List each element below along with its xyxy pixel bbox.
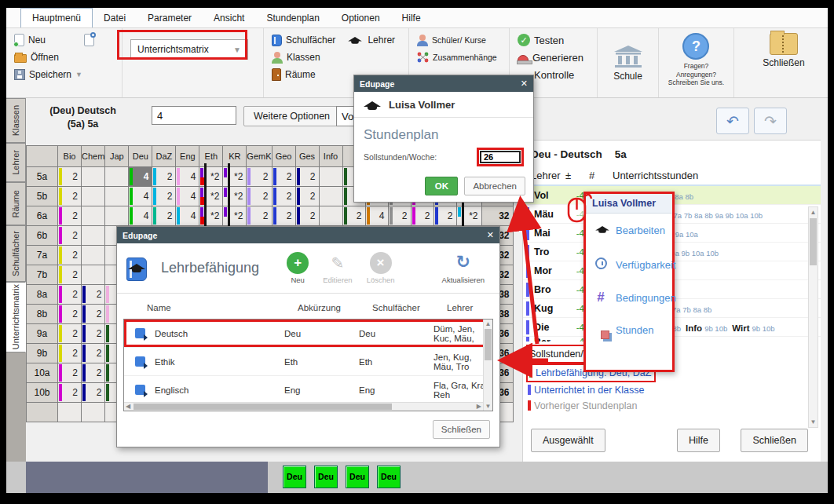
matrix-cell[interactable]: 2 <box>152 167 176 187</box>
side-tab-klassen[interactable]: Klassen <box>6 98 26 143</box>
matrix-cell[interactable] <box>82 403 105 422</box>
edit-entry-button[interactable]: ✎ Editieren <box>323 252 353 284</box>
test-button[interactable]: ✓ Testen <box>518 33 589 47</box>
matrix-cell[interactable]: 2 <box>82 285 105 305</box>
matrix-cell[interactable]: 4 <box>176 206 199 226</box>
matrix-cell[interactable]: *2 <box>199 206 223 226</box>
matrix-cell[interactable]: 2 <box>295 187 319 206</box>
matrix-cell[interactable]: 2 <box>58 226 82 246</box>
matrix-col-info[interactable]: Info <box>319 146 342 167</box>
matrix-col-unnamed[interactable] <box>27 146 58 167</box>
print-preview-icon[interactable] <box>84 34 94 46</box>
matrix-cell[interactable]: 2 <box>247 187 272 206</box>
context-item-stunden[interactable]: Stunden <box>586 314 672 346</box>
matrix-cell[interactable] <box>319 206 342 226</box>
matrix-cell[interactable]: 2 <box>411 206 433 226</box>
matrix-col-daz[interactable]: DaZ <box>152 146 176 167</box>
matrix-cell[interactable]: 2 <box>82 383 105 403</box>
side-tab-unterrichtsmatrix[interactable]: Unterrichtsmatrix <box>6 282 26 352</box>
matrix-cell[interactable]: 2 <box>58 206 82 226</box>
matrix-col-deu[interactable]: Deu <box>129 146 152 167</box>
matrix-cell[interactable] <box>82 206 105 226</box>
help-button[interactable]: Hilfe <box>677 429 720 452</box>
scroll-thumb[interactable] <box>810 218 817 265</box>
panel-close-button[interactable]: Schließen <box>741 429 808 452</box>
matrix-cell[interactable]: 2 <box>58 187 82 206</box>
matrix-cell[interactable]: 2 <box>433 206 456 226</box>
matrix-cell[interactable]: 2 <box>58 324 82 344</box>
matrix-cell[interactable] <box>105 206 129 226</box>
qualification-row-eth[interactable]: EthikEthEthJen, Kug, Mäu, Tro <box>124 348 492 376</box>
matrix-cell[interactable]: 4 <box>176 187 199 206</box>
matrix-cell[interactable]: 2 <box>58 383 82 403</box>
redo-button[interactable]: ↷ <box>754 108 787 134</box>
matrix-cell[interactable]: 2 <box>82 305 105 324</box>
lesson-card-tile[interactable]: Deu <box>283 466 306 488</box>
cancel-button[interactable]: Abbrechen <box>464 177 525 195</box>
refresh-button[interactable]: ↻ Aktualisieren <box>442 252 485 284</box>
subjects-button[interactable]: Schulfächer <box>272 33 335 47</box>
close-icon[interactable]: ✕ <box>521 79 528 89</box>
new-button[interactable]: Neu <box>14 33 114 47</box>
dialog-titlebar[interactable]: Edupage ✕ <box>354 75 533 92</box>
matrix-col-eth[interactable]: Eth <box>199 146 223 167</box>
matrix-cell[interactable]: 2 <box>295 167 319 187</box>
context-item-bearbeiten[interactable]: Bearbeiten <box>586 214 672 247</box>
scroll-down-icon[interactable]: ▼ <box>809 418 818 425</box>
menu-item-hauptmenü[interactable]: Hauptmenü <box>20 8 93 27</box>
hours-input[interactable] <box>152 106 236 125</box>
matrix-col-bio[interactable]: Bio <box>58 146 82 167</box>
matrix-cell[interactable]: 2 <box>388 206 411 226</box>
matrix-cell[interactable]: 2 <box>152 187 176 206</box>
menu-item-ansicht[interactable]: Ansicht <box>203 9 255 27</box>
scroll-up-icon[interactable]: ▲ <box>809 209 818 216</box>
matrix-cell[interactable]: 2 <box>82 363 105 383</box>
teachers-button[interactable]: Lehrer <box>346 33 395 47</box>
matrix-cell[interactable]: 2 <box>82 344 105 363</box>
matrix-cell[interactable] <box>105 187 129 206</box>
students-courses-button[interactable]: Schüler/ Kurse <box>417 33 501 47</box>
qualification-row-deu[interactable]: DeutschDeuDeuDüm, Jen, Kuc, Mäu, <box>124 320 492 348</box>
classes-button[interactable]: Klassen <box>272 50 335 64</box>
lesson-card-tile[interactable]: Deu <box>377 466 401 488</box>
menu-item-datei[interactable]: Datei <box>93 9 137 27</box>
dialog-titlebar[interactable]: Edupage ✕ <box>117 227 499 243</box>
matrix-cell[interactable]: 4 <box>365 206 388 226</box>
close-file-button[interactable]: Schließen <box>763 33 804 68</box>
side-tab-schulfächer[interactable]: Schulfächer <box>6 225 26 282</box>
matrix-cell[interactable]: 4 <box>129 167 152 187</box>
matrix-cell[interactable]: *2 <box>456 206 481 226</box>
matrix-cell[interactable] <box>82 246 105 265</box>
matrix-cell[interactable]: *2 <box>223 187 247 206</box>
list-vscrollbar[interactable]: ▲▼ <box>483 320 492 411</box>
matrix-cell[interactable]: *2 <box>199 187 223 206</box>
matrix-cell[interactable]: 2 <box>58 285 82 305</box>
undo-button[interactable]: ↶ <box>716 108 749 134</box>
matrix-cell[interactable]: 2 <box>247 206 272 226</box>
feedback-button[interactable]: ? Fragen? Anregungen? Schreiben Sie uns. <box>668 33 724 87</box>
menu-item-optionen[interactable]: Optionen <box>331 9 391 27</box>
matrix-cell[interactable]: 2 <box>58 305 82 324</box>
matrix-cell[interactable]: 2 <box>272 167 295 187</box>
matrix-cell[interactable]: 4 <box>129 206 152 226</box>
matrix-cell[interactable]: 2 <box>152 206 176 226</box>
matrix-cell[interactable] <box>58 403 82 422</box>
target-hours-input[interactable] <box>480 151 521 163</box>
matrix-cell[interactable]: 4 <box>129 187 152 206</box>
selected-button[interactable]: Ausgewählt <box>531 429 605 452</box>
matrix-cell[interactable]: 2 <box>58 246 82 265</box>
matrix-col-jap[interactable]: Jap <box>105 146 129 167</box>
relationships-button[interactable]: Zusammenhänge <box>417 50 501 64</box>
open-button[interactable]: Öffnen <box>14 50 114 64</box>
context-item-verfügbarkeit[interactable]: Verfügbarkeit <box>586 247 672 282</box>
matrix-cell[interactable]: 2 <box>272 206 295 226</box>
dialog-close-button[interactable]: Schließen <box>433 420 490 439</box>
matrix-cell[interactable]: 2 <box>58 344 82 363</box>
rooms-button[interactable]: Räume <box>272 68 335 82</box>
matrix-col-kr[interactable]: KR <box>223 146 247 167</box>
matrix-cell[interactable] <box>82 167 105 187</box>
matrix-cell[interactable]: *2 <box>199 167 223 187</box>
matrix-cell[interactable]: 2 <box>342 206 365 226</box>
ok-button[interactable]: OK <box>425 177 458 195</box>
matrix-cell[interactable] <box>82 265 105 285</box>
